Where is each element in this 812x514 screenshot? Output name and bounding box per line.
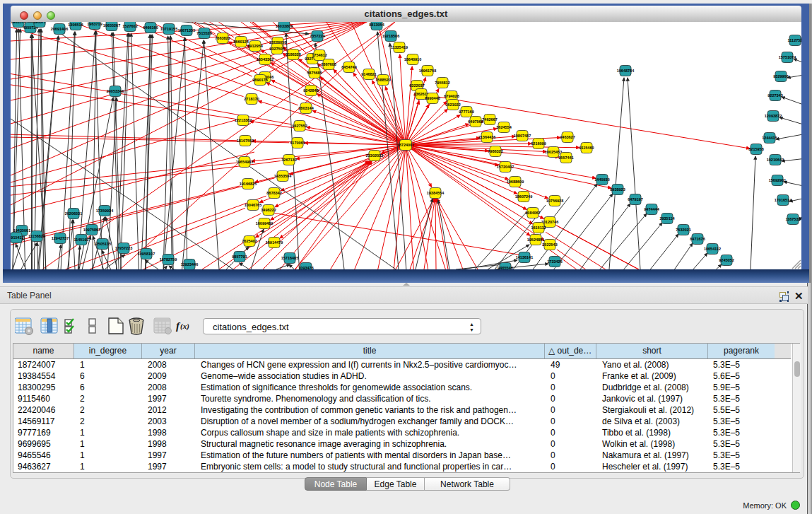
svg-text:8878342: 8878342 <box>266 191 281 195</box>
svg-text:9327505: 9327505 <box>269 47 284 51</box>
svg-text:9084067: 9084067 <box>525 211 540 215</box>
svg-text:23302033: 23302033 <box>366 153 383 158</box>
svg-text:1615112: 1615112 <box>531 226 546 230</box>
svg-text:7515526: 7515526 <box>196 31 211 35</box>
svg-text:10688609: 10688609 <box>507 180 524 184</box>
svg-text:9474444: 9474444 <box>644 207 659 211</box>
svg-text:3915417: 3915417 <box>11 235 24 240</box>
svg-text:10210643: 10210643 <box>767 158 784 162</box>
svg-text:19218506: 19218506 <box>382 34 399 38</box>
svg-text:15720407: 15720407 <box>497 165 514 169</box>
svg-text:10756928: 10756928 <box>546 199 563 203</box>
svg-text:17016514: 17016514 <box>775 198 792 202</box>
svg-text:19166825: 19166825 <box>240 182 257 186</box>
svg-text:2867608: 2867608 <box>321 62 336 66</box>
svg-text:15692901: 15692901 <box>769 178 786 182</box>
svg-text:8813054: 8813054 <box>369 23 384 27</box>
svg-text:16782759: 16782759 <box>160 257 177 262</box>
svg-text:2803144: 2803144 <box>298 106 314 110</box>
svg-text:9777169: 9777169 <box>459 110 473 114</box>
svg-text:18640910: 18640910 <box>404 57 421 62</box>
svg-text:6466160: 6466160 <box>143 25 158 30</box>
svg-text:12942737: 12942737 <box>52 236 69 240</box>
svg-text:14353594: 14353594 <box>274 174 292 178</box>
svg-text:20206531: 20206531 <box>65 211 82 216</box>
svg-text:1963719: 1963719 <box>87 22 102 26</box>
svg-text:20691406: 20691406 <box>51 27 68 31</box>
svg-text:7632021: 7632021 <box>676 228 690 232</box>
svg-text:16543362: 16543362 <box>257 57 273 62</box>
svg-text:8454749: 8454749 <box>341 65 356 69</box>
svg-text:1733426: 1733426 <box>547 259 562 264</box>
svg-text:1112753: 1112753 <box>788 38 801 42</box>
svg-text:8912954: 8912954 <box>247 44 263 48</box>
svg-text:11325419: 11325419 <box>391 45 408 49</box>
svg-text:9245052: 9245052 <box>719 258 734 262</box>
svg-text:7462667: 7462667 <box>482 117 497 122</box>
svg-text:19384554: 19384554 <box>427 191 445 195</box>
svg-text:14136141: 14136141 <box>516 255 533 259</box>
svg-text:9890176: 9890176 <box>252 78 267 82</box>
svg-text:19524851: 19524851 <box>527 238 544 242</box>
svg-text:2522543: 2522543 <box>542 243 557 247</box>
svg-text:16671355: 16671355 <box>178 28 195 33</box>
svg-text:1440935: 1440935 <box>594 177 609 182</box>
svg-text:4170061: 4170061 <box>290 141 305 145</box>
svg-text:(x): (x) <box>180 322 189 331</box>
svg-text:8990448: 8990448 <box>425 96 440 100</box>
svg-text:1754612: 1754612 <box>312 53 326 57</box>
svg-text:18724007: 18724007 <box>397 143 414 147</box>
svg-text:12093872: 12093872 <box>765 114 782 118</box>
svg-text:5875685: 5875685 <box>307 71 322 75</box>
svg-text:1527602: 1527602 <box>122 24 137 28</box>
svg-text:10025453: 10025453 <box>545 150 562 154</box>
svg-text:7663822: 7663822 <box>215 36 230 40</box>
svg-text:10046765: 10046765 <box>245 203 261 207</box>
svg-text:9242848: 9242848 <box>303 88 318 93</box>
svg-text:1588520: 1588520 <box>375 78 390 82</box>
svg-text:9146821: 9146821 <box>361 72 376 76</box>
svg-text:6216099: 6216099 <box>531 141 546 146</box>
svg-text:1167533: 1167533 <box>785 217 800 221</box>
svg-text:9857791: 9857791 <box>232 255 247 259</box>
svg-text:3624554: 3624554 <box>496 125 512 129</box>
svg-text:10807487: 10807487 <box>514 134 531 138</box>
svg-text:8938923: 8938923 <box>610 187 625 192</box>
svg-text:12505135: 12505135 <box>94 242 111 246</box>
svg-text:7986322: 7986322 <box>488 149 502 153</box>
svg-text:20053346: 20053346 <box>107 89 124 93</box>
svg-text:16961758: 16961758 <box>419 69 436 73</box>
svg-text:9557441: 9557441 <box>558 156 573 160</box>
svg-text:9115460: 9115460 <box>579 146 594 150</box>
svg-text:6794028: 6794028 <box>444 94 459 98</box>
svg-text:19654983: 19654983 <box>236 160 253 164</box>
svg-text:3498222: 3498222 <box>261 208 276 212</box>
svg-text:19435001: 19435001 <box>13 228 30 233</box>
svg-text:7625402: 7625402 <box>242 239 257 243</box>
svg-text:1306516: 1306516 <box>68 23 83 27</box>
svg-text:10719155: 10719155 <box>160 27 177 31</box>
svg-text:10958107: 10958107 <box>138 252 155 256</box>
svg-text:2935114: 2935114 <box>659 216 675 221</box>
svg-text:6322037: 6322037 <box>409 83 424 88</box>
svg-text:9463627: 9463627 <box>560 135 575 139</box>
svg-text:6479197: 6479197 <box>628 197 642 201</box>
svg-text:6497568: 6497568 <box>468 119 483 124</box>
svg-text:8215958: 8215958 <box>748 147 763 151</box>
svg-text:15716485: 15716485 <box>281 256 298 260</box>
svg-text:8186328: 8186328 <box>286 52 300 57</box>
svg-text:18607249: 18607249 <box>515 194 532 199</box>
svg-text:9227343: 9227343 <box>767 93 782 98</box>
svg-text:7955812: 7955812 <box>435 81 449 85</box>
svg-text:9329906: 9329906 <box>773 74 788 78</box>
svg-text:15751074: 15751074 <box>779 55 796 59</box>
svg-text:1145193: 1145193 <box>73 238 88 242</box>
svg-text:12213382: 12213382 <box>235 118 252 122</box>
svg-text:12923446: 12923446 <box>181 262 198 267</box>
svg-text:21364436: 21364436 <box>478 135 495 139</box>
svg-text:7357224: 7357224 <box>310 34 325 38</box>
svg-text:17957223: 17957223 <box>115 246 132 250</box>
svg-text:10648784: 10648784 <box>617 69 635 73</box>
svg-text:16033809: 16033809 <box>276 24 293 28</box>
svg-text:10654112: 10654112 <box>704 247 721 251</box>
